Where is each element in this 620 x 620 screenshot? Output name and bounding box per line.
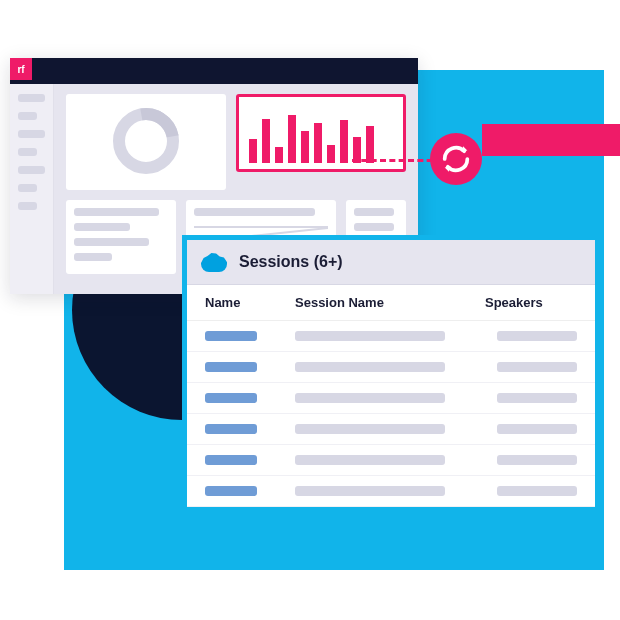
sessions-window-title: Sessions (6+): [239, 253, 343, 271]
sync-badge[interactable]: [430, 133, 482, 185]
cell-speakers-skeleton: [497, 486, 577, 496]
cell-name-skeleton: [205, 486, 257, 496]
table-row[interactable]: [187, 383, 595, 414]
cell-name-skeleton: [205, 362, 257, 372]
salesforce-cloud-icon: [201, 252, 227, 272]
dashboard-sidebar: [10, 84, 54, 294]
donut-chart-tile: [66, 94, 226, 190]
sync-icon: [439, 142, 473, 176]
bar: [327, 145, 335, 163]
donut-chart-icon: [113, 108, 179, 174]
table-row[interactable]: [187, 352, 595, 383]
bar: [288, 115, 296, 163]
cell-session-skeleton: [295, 331, 445, 341]
cell-session-skeleton: [295, 486, 445, 496]
cell-session-skeleton: [295, 424, 445, 434]
cell-session-skeleton: [295, 393, 445, 403]
rf-logo: rf: [10, 58, 32, 80]
cell-speakers-skeleton: [497, 424, 577, 434]
bar: [366, 126, 374, 163]
cell-session-skeleton: [295, 362, 445, 372]
cell-speakers-skeleton: [497, 362, 577, 372]
cell-name-skeleton: [205, 455, 257, 465]
sessions-window-header: Sessions (6+): [187, 240, 595, 285]
cell-name-skeleton: [205, 331, 257, 341]
bar: [262, 119, 270, 163]
cell-speakers-skeleton: [497, 455, 577, 465]
cell-session-skeleton: [295, 455, 445, 465]
column-header-session[interactable]: Session Name: [295, 295, 485, 310]
bar: [301, 131, 309, 163]
bar: [314, 123, 322, 163]
accent-stripe: [482, 124, 620, 156]
bar: [340, 120, 348, 163]
cell-speakers-skeleton: [497, 331, 577, 341]
sessions-window: Sessions (6+) Name Session Name Speakers: [182, 235, 600, 512]
bar: [249, 139, 257, 163]
skeleton-tile: [66, 200, 176, 274]
cell-name-skeleton: [205, 424, 257, 434]
cell-name-skeleton: [205, 393, 257, 403]
table-row[interactable]: [187, 476, 595, 507]
sessions-columns: Name Session Name Speakers: [187, 285, 595, 321]
table-row[interactable]: [187, 414, 595, 445]
column-header-name[interactable]: Name: [205, 295, 295, 310]
dashboard-titlebar: rf: [10, 58, 418, 84]
table-row[interactable]: [187, 321, 595, 352]
cell-speakers-skeleton: [497, 393, 577, 403]
table-row[interactable]: [187, 445, 595, 476]
bar: [275, 147, 283, 163]
column-header-speakers[interactable]: Speakers: [485, 295, 577, 310]
sessions-rows: [187, 321, 595, 507]
sync-connector-line: [352, 159, 442, 162]
